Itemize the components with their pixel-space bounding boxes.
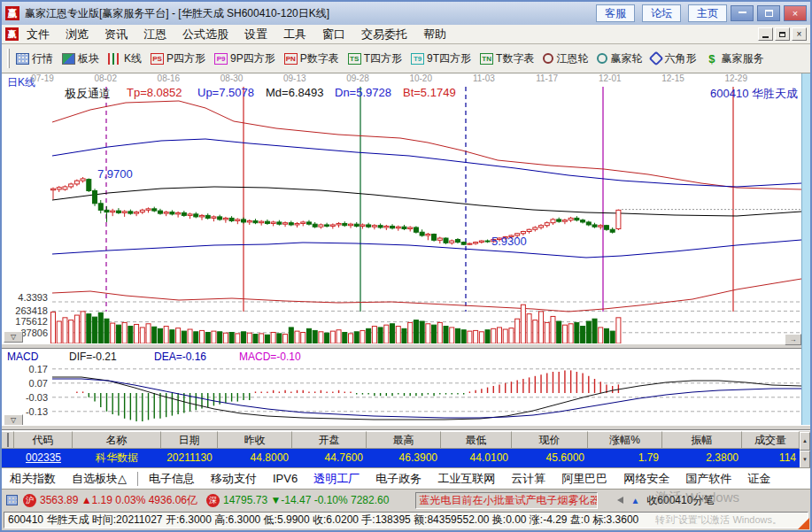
- tab-1[interactable]: 自选板块△: [64, 471, 135, 487]
- toolbar-button-2[interactable]: K线: [104, 49, 146, 69]
- toolbar-button-8[interactable]: TNT数字表: [476, 49, 538, 69]
- menu-item-8[interactable]: 交易委托: [353, 27, 415, 42]
- column-header-5[interactable]: 最高: [367, 431, 441, 449]
- toolbar-button-6[interactable]: TST四方形: [344, 49, 406, 69]
- titlebar: 赢 赢家江恩专业版[赢家服务平台] - [华胜天成 SH600410-120日K…: [2, 2, 810, 25]
- menu-item-1[interactable]: 浏览: [58, 27, 97, 42]
- column-header-1[interactable]: 名称: [73, 431, 161, 449]
- resize-grip[interactable]: [798, 518, 809, 529]
- high-price-label: 7,9700: [97, 167, 133, 181]
- tab-3[interactable]: 移动支付: [203, 471, 265, 487]
- shanghai-index-icon: 沪: [23, 494, 36, 507]
- tab-4[interactable]: IPV6: [265, 472, 305, 485]
- tab-0[interactable]: 相关指数: [2, 471, 64, 487]
- tab-6[interactable]: 电子政务: [367, 471, 429, 487]
- table-header-row: 代码名称日期昨收开盘最高最低现价涨幅%振幅成交量: [2, 431, 810, 449]
- quote-summary-text: 600410 华胜天成 时间:20211027 开:6.3000 高:6.300…: [4, 512, 808, 528]
- date-label: 09-28: [340, 73, 375, 83]
- app-window: 赢 赢家江恩专业版[赢家服务平台] - [华胜天成 SH600410-120日K…: [0, 0, 812, 532]
- scroll-right-button[interactable]: →: [785, 334, 801, 345]
- toolbar-button-7[interactable]: T99T四方形: [406, 49, 476, 69]
- t9-icon: T9: [411, 53, 424, 65]
- menu-item-5[interactable]: 设置: [236, 27, 275, 42]
- chart-canvas[interactable]: [2, 73, 810, 430]
- stock-code-name-label: 600410 华胜天成: [710, 86, 798, 102]
- customer-service-button[interactable]: 客服: [596, 4, 635, 22]
- date-label: 12-29: [718, 73, 754, 83]
- macd-pane-label: MACD: [7, 351, 38, 363]
- toolbar-button-label: K线: [124, 51, 142, 66]
- hex-icon: [649, 51, 664, 66]
- forum-button[interactable]: 论坛: [642, 4, 681, 22]
- toolbar-button-5[interactable]: PNP数字表: [280, 49, 344, 69]
- menu-item-4[interactable]: 公式选股: [174, 27, 236, 42]
- quotes-grid-icon[interactable]: [6, 495, 18, 505]
- cell-5: 46.3900: [367, 449, 441, 467]
- tab-8[interactable]: 云计算: [503, 471, 553, 487]
- close-button[interactable]: ×: [784, 5, 807, 21]
- date-label: 11-03: [466, 73, 501, 83]
- toolbar-button-9[interactable]: 江恩轮: [538, 49, 592, 69]
- tab-11[interactable]: 国产软件: [677, 471, 739, 487]
- column-header-9[interactable]: 振幅: [662, 431, 742, 449]
- date-label: 08-16: [151, 73, 186, 83]
- speaker-icon[interactable]: [617, 497, 623, 504]
- tab-10[interactable]: 网络安全: [615, 471, 677, 487]
- menu-item-7[interactable]: 窗口: [314, 27, 353, 42]
- legend-bt: Bt=5.1749: [403, 86, 456, 99]
- menu-item-3[interactable]: 江恩: [135, 27, 174, 42]
- macd-dea-label: DEA=-0.16: [154, 351, 206, 363]
- table-row[interactable]: 002335科华数据2021113044.800044.760046.39004…: [2, 449, 810, 467]
- child-close-button[interactable]: ×: [792, 27, 807, 41]
- toolbar-button-1[interactable]: 板块: [58, 49, 104, 69]
- toolbar-button-12[interactable]: $赢家服务: [700, 49, 768, 69]
- toolbar-button-11[interactable]: 六角形: [646, 49, 700, 69]
- table-scroll-up-button[interactable]: ▲: [800, 432, 810, 451]
- tab-2[interactable]: 电子信息: [141, 471, 203, 487]
- chart-vertical-scrollbar[interactable]: [801, 73, 810, 425]
- toolbar-button-4[interactable]: P99P四方形: [210, 49, 280, 69]
- toolbar-button-0[interactable]: 行情: [12, 49, 58, 69]
- column-header-10[interactable]: 成交量: [742, 431, 800, 449]
- column-header-0[interactable]: 代码: [14, 431, 73, 449]
- column-header-3[interactable]: 昨收: [218, 431, 292, 449]
- shenzhen-index-icon: 深: [206, 494, 220, 507]
- pane-splitter[interactable]: [2, 343, 810, 349]
- column-header-7[interactable]: 现价: [512, 431, 588, 449]
- dollar-icon: $: [705, 53, 718, 65]
- volume-indicator-dropdown[interactable]: ▽: [4, 331, 23, 343]
- child-restore-button[interactable]: [775, 27, 790, 41]
- date-label: 09-13: [277, 73, 313, 83]
- table-scrollbar[interactable]: ▲▼: [800, 432, 810, 468]
- toolbar-button-label: P数字表: [300, 51, 339, 66]
- date-label: 12-15: [655, 73, 691, 83]
- column-header-6[interactable]: 最低: [441, 431, 512, 449]
- column-header-4[interactable]: 开盘: [292, 431, 367, 449]
- menu-item-6[interactable]: 工具: [275, 27, 314, 42]
- quote-table: 代码名称日期昨收开盘最高最低现价涨幅%振幅成交量 002335科华数据20211…: [2, 430, 810, 467]
- cell-8: 1.79: [588, 449, 662, 467]
- tab-5[interactable]: 透明工厂: [305, 471, 367, 487]
- tab-7[interactable]: 工业互联网: [429, 471, 503, 487]
- maximize-button[interactable]: [757, 5, 780, 21]
- child-minimize-button[interactable]: [758, 27, 773, 41]
- tab-9[interactable]: 阿里巴巴: [553, 471, 615, 487]
- app-logo-icon: 赢: [5, 6, 19, 20]
- menu-item-2[interactable]: 资讯: [97, 27, 135, 42]
- menu-item-9[interactable]: 帮助: [415, 27, 454, 42]
- minimize-button[interactable]: [731, 5, 754, 21]
- cell-2: 20211130: [161, 449, 218, 467]
- column-header-8[interactable]: 涨幅%: [588, 431, 662, 449]
- low-price-label: 5.9300: [491, 235, 527, 248]
- tab-12[interactable]: 证金: [739, 471, 778, 487]
- toolbar-button-10[interactable]: 赢家轮: [592, 49, 646, 69]
- news-ticker[interactable]: 蓝光电目前在小批量试产电子烟雾化器配件: [415, 492, 598, 509]
- ring-icon: [597, 53, 607, 64]
- toolbar-button-label: P四方形: [166, 51, 205, 66]
- table-scroll-down-button[interactable]: ▼: [800, 451, 810, 469]
- column-header-2[interactable]: 日期: [161, 431, 218, 449]
- homepage-button[interactable]: 主页: [688, 4, 727, 22]
- toolbar-button-3[interactable]: PSP四方形: [146, 49, 210, 69]
- toolbar-items: 行情板块K线PSP四方形P99P四方形PNP数字表TST四方形T99T四方形TN…: [12, 49, 768, 69]
- menu-item-0[interactable]: 文件: [19, 27, 58, 42]
